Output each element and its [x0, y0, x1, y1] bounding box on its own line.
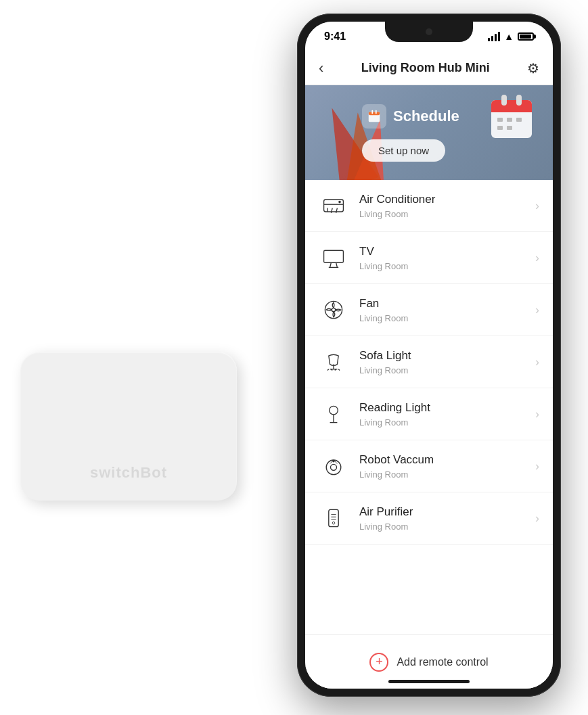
device-room: Living Room — [359, 209, 524, 219]
device-info: Sofa Light Living Room — [359, 348, 524, 375]
svg-line-38 — [330, 461, 333, 464]
chevron-icon: › — [535, 199, 539, 213]
list-item[interactable]: Air Purifier Living Room › — [305, 492, 553, 545]
ac-icon — [321, 193, 346, 218]
device-room: Living Room — [359, 417, 524, 428]
svg-rect-20 — [324, 250, 344, 262]
schedule-icon — [362, 104, 386, 129]
back-button[interactable]: ‹ — [319, 60, 323, 77]
schedule-content: Schedule Set up now — [362, 104, 459, 162]
tv-icon-wrap — [319, 243, 348, 273]
status-time: 9:41 — [324, 30, 346, 43]
status-icons: ▲ — [488, 31, 534, 42]
svg-rect-12 — [497, 126, 503, 130]
svg-point-19 — [338, 201, 341, 204]
signal-bar-4 — [498, 32, 500, 41]
schedule-label-row: Schedule — [362, 104, 459, 129]
phone-frame: 9:41 ▲ ‹ Living Room Hub — [297, 14, 561, 697]
settings-button[interactable]: ⚙ — [527, 60, 539, 76]
fan-icon-wrap — [319, 295, 348, 325]
device-name: Air Purifier — [359, 505, 524, 520]
svg-line-21 — [330, 262, 332, 267]
device-room: Living Room — [359, 522, 524, 532]
device-info: Fan Living Room — [359, 296, 524, 323]
device-info: TV Living Room — [359, 244, 524, 271]
battery-fill — [520, 34, 531, 39]
notch-dot — [426, 28, 432, 35]
hub-device: switchBot — [20, 352, 237, 501]
readinglight-icon-wrap — [319, 399, 348, 429]
tv-icon — [321, 246, 346, 270]
svg-point-24 — [325, 301, 342, 318]
calendar-decoration — [488, 92, 542, 146]
device-room: Living Room — [359, 261, 524, 271]
robot-vacuum-icon — [321, 454, 346, 478]
svg-rect-7 — [501, 95, 507, 106]
battery-icon — [518, 32, 534, 41]
device-name: TV — [359, 244, 524, 259]
svg-rect-1 — [369, 112, 380, 115]
device-info: Air Conditioner Living Room — [359, 192, 524, 218]
chevron-icon: › — [535, 251, 539, 265]
schedule-banner: Schedule Set up now — [305, 85, 553, 180]
list-item[interactable]: Robot Vaccum Living Room › — [305, 440, 553, 492]
svg-line-18 — [336, 208, 338, 213]
robot-icon-wrap — [319, 451, 348, 481]
add-remote-icon: + — [369, 653, 388, 672]
svg-line-22 — [336, 262, 338, 267]
svg-line-39 — [335, 461, 338, 464]
device-room: Living Room — [359, 313, 524, 323]
app-header: ‹ Living Room Hub Mini ⚙ — [305, 51, 553, 85]
home-indicator — [388, 680, 470, 683]
scene: switchBot 9:41 ▲ — [0, 0, 588, 715]
chevron-icon: › — [535, 511, 539, 526]
list-item[interactable]: Air Conditioner Living Room › — [305, 180, 553, 232]
svg-rect-11 — [516, 118, 522, 122]
svg-line-17 — [331, 208, 332, 213]
svg-point-44 — [332, 522, 335, 524]
device-list: Air Conditioner Living Room › — [305, 180, 553, 635]
svg-rect-8 — [516, 95, 522, 106]
svg-point-32 — [330, 406, 338, 415]
setup-now-button[interactable]: Set up now — [362, 139, 445, 162]
page-title: Living Room Hub Mini — [361, 61, 490, 75]
list-item[interactable]: Fan Living Room › — [305, 284, 553, 336]
device-room: Living Room — [359, 365, 524, 375]
device-name: Air Conditioner — [359, 192, 524, 207]
svg-rect-3 — [376, 110, 377, 114]
chevron-icon: › — [535, 407, 539, 421]
svg-point-37 — [332, 460, 335, 463]
calendar-small-icon — [367, 109, 382, 124]
air-purifier-icon — [321, 506, 346, 530]
sofa-light-icon — [321, 350, 346, 374]
device-info: Robot Vaccum Living Room — [359, 453, 524, 479]
list-item[interactable]: TV Living Room › — [305, 232, 553, 284]
notch — [385, 22, 473, 42]
purifier-icon-wrap — [319, 503, 348, 533]
chevron-icon: › — [535, 355, 539, 369]
list-item[interactable]: Sofa Light Living Room › — [305, 336, 553, 388]
hub-brand-label: switchBot — [90, 464, 167, 482]
device-name: Fan — [359, 296, 524, 311]
svg-point-36 — [331, 464, 337, 470]
svg-rect-6 — [491, 108, 532, 112]
phone-screen: 9:41 ▲ ‹ Living Room Hub — [305, 22, 553, 689]
device-info: Air Purifier Living Room — [359, 505, 524, 531]
list-item[interactable]: Reading Light Living Room › — [305, 388, 553, 440]
chevron-icon: › — [535, 459, 539, 474]
fan-icon — [321, 298, 346, 322]
signal-bar-3 — [495, 34, 497, 41]
schedule-label: Schedule — [393, 108, 459, 125]
svg-rect-13 — [507, 126, 512, 130]
chevron-icon: › — [535, 303, 539, 317]
device-info: Reading Light Living Room — [359, 400, 524, 427]
ac-icon-wrap — [319, 191, 348, 221]
svg-line-31 — [338, 369, 340, 371]
reading-light-icon — [321, 402, 346, 426]
svg-line-28 — [327, 369, 329, 371]
svg-rect-10 — [507, 118, 512, 122]
device-name: Reading Light — [359, 400, 524, 415]
signal-bar-2 — [491, 36, 493, 41]
device-name: Robot Vaccum — [359, 453, 524, 467]
sofalight-icon-wrap — [319, 347, 348, 377]
